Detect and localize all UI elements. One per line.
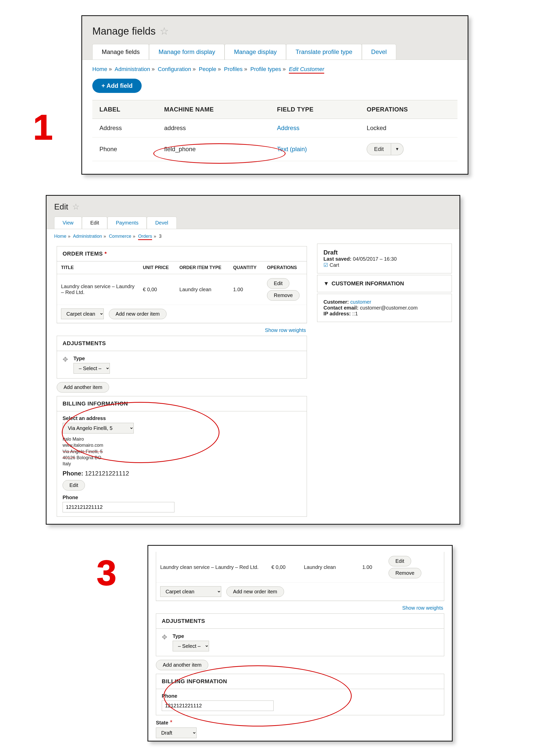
panel-edit-order-cropped: Laundry clean service – Laundry – Red Lt… [147, 545, 453, 742]
cart-label: Cart [330, 262, 339, 268]
crumb-home[interactable]: Home [92, 66, 107, 72]
col-price: UNIT PRICE [139, 261, 175, 274]
order-item-select[interactable]: Carpet clean [61, 309, 104, 319]
tab-payments[interactable]: Payments [107, 217, 147, 229]
crumb-orders[interactable]: Orders [138, 234, 152, 240]
show-row-weights-link[interactable]: Show row weights [58, 327, 306, 333]
edit-button[interactable]: Edit [367, 143, 391, 155]
tab-manage-display[interactable]: Manage display [224, 44, 286, 60]
cell-type[interactable]: Address [270, 119, 360, 137]
tab-manage-form-display[interactable]: Manage form display [149, 44, 224, 60]
edit-button[interactable]: Edit [267, 278, 290, 289]
chevron-down-icon[interactable]: ▼ [391, 143, 404, 155]
panel-manage-fields: Manage fields ☆ Manage fields Manage for… [81, 15, 469, 175]
tab-edit[interactable]: Edit [82, 217, 107, 229]
phone-value: 1212121221112 [85, 470, 129, 477]
cell-label: Phone [92, 137, 157, 161]
edit-button[interactable]: Edit [389, 556, 411, 566]
primary-tabs: Manage fields Manage form display Manage… [92, 44, 457, 60]
crumb-admin[interactable]: Administration [115, 66, 150, 72]
crumb-commerce[interactable]: Commerce [109, 234, 131, 239]
table-row: Laundry clean service – Laundry – Red Lt… [57, 274, 307, 305]
cell-type[interactable]: Text (plain) [270, 137, 360, 161]
col-itemtype: ORDER ITEM TYPE [175, 261, 229, 274]
crumb-profiles[interactable]: Profiles [224, 66, 242, 72]
type-label: Type [73, 356, 110, 362]
chevron-down-icon: ▼ [323, 280, 329, 287]
crumb-id: 3 [159, 234, 162, 239]
remove-button[interactable]: Remove [267, 290, 299, 301]
oi-type: Laundry clean [175, 274, 229, 305]
page-title: Edit [54, 202, 68, 211]
star-icon[interactable]: ☆ [160, 25, 169, 37]
page-title: Manage fields [92, 25, 156, 37]
phone-label: Phone: [63, 470, 83, 477]
type-select[interactable]: – Select – [173, 641, 209, 651]
table-row: Phone field_phone Text (plain) Edit ▼ [92, 137, 457, 161]
col-label: LABEL [92, 100, 157, 119]
crumb-edit-customer[interactable]: Edit Customer [289, 66, 324, 73]
address-block: Italo Mairo www.italomairo.com Via Angel… [63, 436, 301, 467]
type-select[interactable]: – Select – [73, 363, 110, 374]
oi-ops: Edit Remove [263, 274, 307, 305]
add-another-item-button[interactable]: Add another item [156, 660, 208, 670]
phone-input[interactable] [162, 700, 274, 711]
add-order-item-button[interactable]: Add new order item [109, 309, 166, 319]
col-type: FIELD TYPE [270, 100, 360, 119]
status-box: Draft Last saved: 04/05/2017 – 16:30 ☑Ca… [317, 244, 452, 273]
crumb-people[interactable]: People [199, 66, 216, 72]
phone-input[interactable] [63, 502, 174, 512]
breadcrumb: Home» Administration» Commerce» Orders» … [54, 234, 452, 239]
add-field-button[interactable]: + Add field [92, 79, 141, 93]
address-select[interactable]: Via Angelo Finelli, 5 [63, 423, 134, 434]
remove-button[interactable]: Remove [389, 568, 421, 578]
add-order-item-button[interactable]: Add new order item [226, 586, 284, 597]
checkbox-icon[interactable]: ☑ [323, 262, 328, 268]
tab-devel[interactable]: Devel [147, 217, 176, 229]
edit-button[interactable]: Edit [63, 480, 85, 491]
state-select[interactable]: Draft [156, 727, 196, 738]
drag-icon[interactable]: ✥ [162, 633, 167, 641]
order-item-select[interactable]: Carpet clean [160, 586, 221, 597]
customer-link[interactable]: customer [350, 299, 371, 305]
cell-label: Address [92, 119, 157, 137]
col-ops: OPERATIONS [263, 261, 307, 274]
show-row-weights-link[interactable]: Show row weights [157, 605, 443, 611]
tab-view[interactable]: View [54, 217, 82, 229]
customer-info-body: Customer: customer Contact email: custom… [317, 294, 452, 322]
panel-edit-order: Edit ☆ View Edit Payments Devel Home» Ad… [46, 195, 460, 525]
contact-email: customer@customer.com [360, 305, 418, 310]
oi-title: Laundry clean service – Laundry – Red Lt… [156, 552, 267, 583]
tab-translate-profile[interactable]: Translate profile type [286, 44, 362, 60]
drag-icon[interactable]: ✥ [63, 356, 68, 363]
state-label: State [156, 720, 168, 725]
phone-field-label: Phone [162, 693, 438, 699]
crumb-home[interactable]: Home [54, 234, 66, 239]
order-items-table: TITLE UNIT PRICE ORDER ITEM TYPE QUANTIT… [57, 261, 307, 323]
ip-address: ::1 [352, 311, 358, 316]
customer-info-toggle[interactable]: ▼ CUSTOMER INFORMATION [317, 275, 452, 292]
select-address-label: Select an address [63, 416, 301, 421]
adjustments-heading: ADJUSTMENTS [57, 336, 307, 351]
col-title: TITLE [57, 261, 139, 274]
annotation-3: 3 [97, 555, 116, 591]
star-icon[interactable]: ☆ [72, 202, 80, 211]
edit-dropdown[interactable]: Edit ▼ [367, 143, 404, 155]
tab-devel[interactable]: Devel [362, 44, 396, 60]
crumb-profile-types[interactable]: Profile types [250, 66, 281, 72]
order-items-heading: ORDER ITEMS [63, 251, 103, 257]
draft-status: Draft [323, 249, 445, 256]
col-machine: MACHINE NAME [157, 100, 270, 119]
add-another-item-button[interactable]: Add another item [57, 382, 109, 392]
crumb-admin[interactable]: Administration [73, 234, 102, 239]
cell-op: Locked [360, 119, 457, 137]
billing-heading: BILLING INFORMATION [57, 396, 307, 411]
annotation-1: 1 [33, 109, 53, 145]
table-row: Address address Address Locked [92, 119, 457, 137]
crumb-config[interactable]: Configuration [158, 66, 191, 72]
tab-manage-fields[interactable]: Manage fields [92, 44, 149, 60]
oi-title: Laundry clean service – Laundry – Red Lt… [57, 274, 139, 305]
table-row: Carpet clean Add new order item [57, 305, 307, 323]
oi-qty: 1.00 [358, 552, 385, 583]
oi-price: € 0,00 [139, 274, 175, 305]
